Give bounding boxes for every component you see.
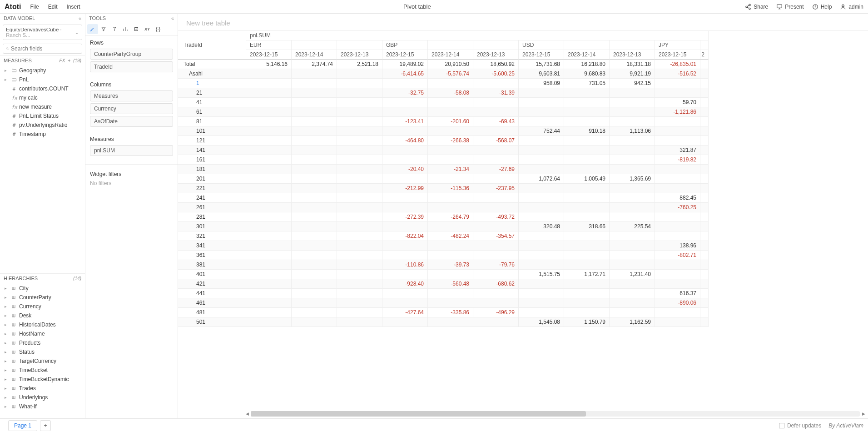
currency-header <box>473 40 519 50</box>
hierarchy-item[interactable]: ▸TimeBucketDynamic <box>4 375 83 384</box>
page-tab[interactable]: Page 1 <box>8 420 37 431</box>
data-row-label[interactable]: 461 <box>178 298 246 308</box>
menu-edit[interactable]: Edit <box>48 4 58 10</box>
pivot-grid[interactable]: TradeIdpnl.SUMEURGBPUSDJPY2023-12-152023… <box>178 31 868 327</box>
user-menu[interactable]: admin <box>840 4 863 10</box>
measure-item[interactable]: #pv.UnderlyingsRatio <box>4 121 83 130</box>
hierarchy-item[interactable]: ▸Trades <box>4 384 83 393</box>
data-row-label[interactable]: 161 <box>178 155 246 165</box>
data-row-cell <box>428 79 473 88</box>
data-row-cell <box>519 117 564 126</box>
data-row-label[interactable]: 341 <box>178 241 246 251</box>
data-row-label[interactable]: 181 <box>178 165 246 174</box>
data-row-label[interactable]: 381 <box>178 260 246 270</box>
measure-item[interactable]: ▸PnL <box>4 75 83 84</box>
measure-item[interactable]: ▸Geography <box>4 66 83 75</box>
hierarchy-item[interactable]: ▸Desk <box>4 311 83 320</box>
settings-tool-icon[interactable] <box>120 24 131 34</box>
column-chip[interactable]: Currency <box>90 103 173 114</box>
data-row-label[interactable]: 201 <box>178 174 246 184</box>
defer-updates-toggle[interactable]: Defer updates <box>779 422 821 429</box>
data-row-label[interactable]: 241 <box>178 193 246 203</box>
square-tool-icon[interactable] <box>131 24 142 34</box>
column-chip[interactable]: AsOfDate <box>90 116 173 127</box>
row-chip[interactable]: TradeId <box>90 61 173 72</box>
hierarchy-item[interactable]: ▸TimeBucket <box>4 366 83 375</box>
hierarchy-item[interactable]: ▸TargetCurrency <box>4 357 83 366</box>
hierarchy-item[interactable]: ▸HistoricalDates <box>4 320 83 329</box>
total-row-label[interactable]: Total <box>178 60 246 69</box>
edit-tool-icon[interactable] <box>87 24 98 34</box>
data-row-label[interactable]: 261 <box>178 203 246 212</box>
hierarchy-item[interactable]: ▸CounterParty <box>4 293 83 302</box>
data-row-label[interactable]: 121 <box>178 136 246 146</box>
data-row-label[interactable]: 501 <box>178 317 246 327</box>
data-row-label[interactable]: 281 <box>178 212 246 222</box>
data-row-cell: -32.75 <box>382 88 428 98</box>
data-row-label[interactable]: 81 <box>178 117 246 126</box>
query-tool-icon[interactable] <box>109 24 120 34</box>
scroll-thumb[interactable] <box>251 411 586 417</box>
data-row-label[interactable]: 301 <box>178 222 246 231</box>
menu-insert[interactable]: Insert <box>66 4 80 10</box>
data-row-label[interactable]: 401 <box>178 270 246 279</box>
hierarchy-icon <box>11 404 17 409</box>
data-row-label[interactable]: 101 <box>178 126 246 136</box>
data-row-cell: -69.43 <box>473 117 519 126</box>
data-row-label[interactable]: 421 <box>178 279 246 289</box>
bracket-tool-icon[interactable]: {·} <box>153 24 164 34</box>
measure-item[interactable]: #PnL Limit Status <box>4 111 83 121</box>
widget-title-input[interactable]: New tree table <box>186 19 230 27</box>
data-row-cell <box>473 289 519 298</box>
hierarchy-item[interactable]: ▸Currency <box>4 302 83 311</box>
hierarchy-item[interactable]: ▸Status <box>4 347 83 357</box>
cube-selector[interactable]: EquityDerivativesCube · Ranch S... ⌄ <box>3 25 82 40</box>
share-button[interactable]: Share <box>745 4 768 10</box>
share-icon <box>745 4 751 10</box>
scroll-right-icon[interactable]: ▶ <box>861 411 866 417</box>
help-button[interactable]: ? Help <box>812 4 832 10</box>
data-row-cell <box>292 98 337 107</box>
data-row-label[interactable]: 481 <box>178 308 246 317</box>
hierarchy-label: HostName <box>19 331 45 337</box>
add-page-button[interactable]: + <box>40 420 51 431</box>
filter-tool-icon[interactable] <box>98 24 109 34</box>
hierarchy-item[interactable]: ▸City <box>4 284 83 293</box>
data-row-label[interactable]: 61 <box>178 107 246 117</box>
data-row-label[interactable]: 41 <box>178 98 246 107</box>
data-row-label[interactable]: 141 <box>178 146 246 155</box>
hierarchy-item[interactable]: ▸HostName <box>4 329 83 338</box>
hierarchy-item[interactable]: ▸Underlyings <box>4 393 83 402</box>
measure-chip[interactable]: pnl.SUM <box>90 145 173 156</box>
search-fields[interactable] <box>3 44 82 54</box>
measure-item[interactable]: #contributors.COUNT <box>4 84 83 93</box>
collapse-left-icon[interactable]: « <box>79 15 81 21</box>
column-chip[interactable]: Measures <box>90 90 173 101</box>
data-row-label[interactable]: 21 <box>178 88 246 98</box>
data-row-cell <box>519 279 564 289</box>
present-button[interactable]: Present <box>776 4 804 10</box>
collapse-tools-icon[interactable]: « <box>171 15 174 21</box>
data-row-label[interactable]: 361 <box>178 251 246 260</box>
measure-item[interactable]: #Timestamp <box>4 130 83 139</box>
search-input[interactable] <box>11 45 79 52</box>
hierarchy-icon <box>11 368 17 372</box>
data-row-cell <box>246 155 292 165</box>
menu-file[interactable]: File <box>30 4 39 10</box>
scroll-left-icon[interactable]: ◀ <box>244 411 250 417</box>
row-chip[interactable]: CounterPartyGroup <box>90 49 173 60</box>
fx-button[interactable]: fx <box>60 58 65 63</box>
hierarchy-item[interactable]: ▸Products <box>4 338 83 347</box>
xy-tool-icon[interactable]: XY <box>142 24 153 34</box>
data-row-label[interactable]: 221 <box>178 184 246 193</box>
data-row-label[interactable]: 441 <box>178 289 246 298</box>
data-row-label[interactable]: 321 <box>178 231 246 241</box>
measure-item[interactable]: fxnew measure <box>4 102 83 111</box>
group-row-label[interactable]: Asahi <box>178 69 246 79</box>
add-measure-button[interactable]: + <box>68 58 70 63</box>
data-row-cell <box>292 107 337 117</box>
measure-item[interactable]: fxmy calc <box>4 93 83 102</box>
hierarchy-item[interactable]: ▸What-If <box>4 402 83 411</box>
horizontal-scrollbar[interactable]: ◀ ▶ <box>251 411 860 417</box>
data-row-label[interactable]: 1 <box>178 79 246 88</box>
